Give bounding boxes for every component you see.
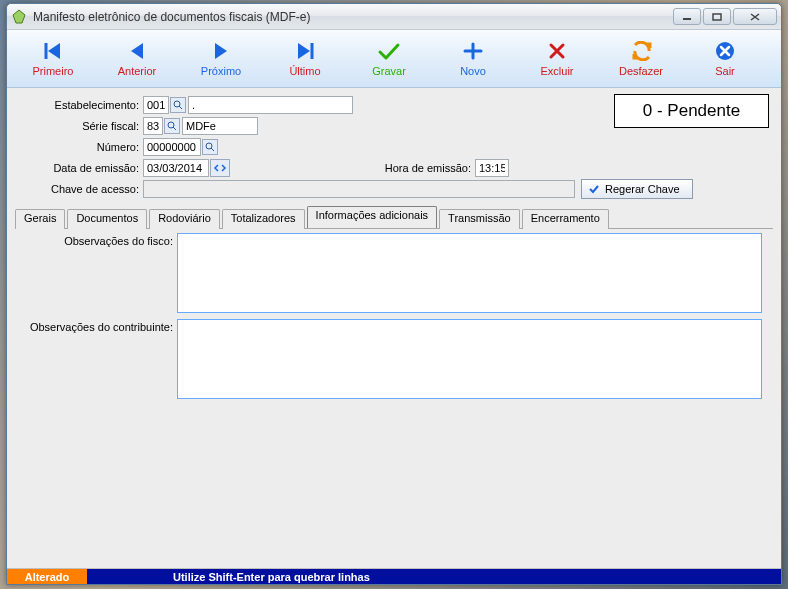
svg-rect-0 — [683, 18, 691, 20]
regerar-chave-label: Regerar Chave — [605, 183, 680, 195]
tab-totalizadores[interactable]: Totalizadores — [222, 209, 305, 229]
last-icon — [291, 40, 319, 62]
check-small-icon — [588, 183, 600, 195]
tab-transmissao[interactable]: Transmissão — [439, 209, 520, 229]
titlebar: Manifesto eletrônico de documentos fisca… — [7, 4, 781, 30]
excluir-label: Excluir — [540, 65, 573, 77]
tab-gerais[interactable]: Gerais — [15, 209, 65, 229]
plus-icon — [459, 40, 487, 62]
gravar-label: Gravar — [372, 65, 406, 77]
obs-fisco-label: Observações do fisco: — [17, 233, 177, 247]
next-icon — [207, 40, 235, 62]
numero-label: Número: — [15, 141, 143, 153]
ultimo-label: Último — [289, 65, 320, 77]
chave-acesso-label: Chave de acesso: — [15, 183, 143, 195]
regerar-chave-button[interactable]: Regerar Chave — [581, 179, 693, 199]
novo-button[interactable]: Novo — [431, 33, 515, 85]
minimize-button[interactable] — [673, 8, 701, 25]
serie-fiscal-desc-input[interactable] — [182, 117, 258, 135]
svg-rect-1 — [713, 14, 721, 20]
proximo-label: Próximo — [201, 65, 241, 77]
obs-contrib-label: Observações do contribuinte: — [17, 319, 177, 333]
content-area: 0 - Pendente Estabelecimento: Série fisc… — [7, 88, 781, 568]
anterior-label: Anterior — [118, 65, 157, 77]
exit-icon — [711, 40, 739, 62]
tab-rodoviario[interactable]: Rodoviário — [149, 209, 220, 229]
status-gap — [87, 569, 167, 584]
excluir-button[interactable]: Excluir — [515, 33, 599, 85]
estabelecimento-input[interactable] — [143, 96, 169, 114]
check-icon — [375, 40, 403, 62]
estabelecimento-desc-input[interactable] — [188, 96, 353, 114]
lookup-icon[interactable] — [170, 97, 186, 113]
estabelecimento-label: Estabelecimento: — [15, 99, 143, 111]
hora-emissao-input[interactable] — [475, 159, 509, 177]
x-icon — [543, 40, 571, 62]
status-hint: Utilize Shift-Enter para quebrar linhas — [167, 569, 781, 584]
tab-panel: Observações do fisco: Observações do con… — [15, 228, 773, 562]
tab-encerramento[interactable]: Encerramento — [522, 209, 609, 229]
prev-icon — [123, 40, 151, 62]
status-box: 0 - Pendente — [614, 94, 769, 128]
close-button[interactable] — [733, 8, 777, 25]
proximo-button[interactable]: Próximo — [179, 33, 263, 85]
app-icon — [11, 9, 27, 25]
first-icon — [39, 40, 67, 62]
tabstrip: Gerais Documentos Rodoviário Totalizador… — [15, 206, 779, 228]
primeiro-button[interactable]: Primeiro — [11, 33, 95, 85]
refresh-icon — [627, 40, 655, 62]
tab-documentos[interactable]: Documentos — [67, 209, 147, 229]
maximize-button[interactable] — [703, 8, 731, 25]
primeiro-label: Primeiro — [33, 65, 74, 77]
numero-input[interactable] — [143, 138, 201, 156]
form-area: 0 - Pendente Estabelecimento: Série fisc… — [9, 90, 779, 202]
sair-label: Sair — [715, 65, 735, 77]
window-title: Manifesto eletrônico de documentos fisca… — [33, 10, 673, 24]
ultimo-button[interactable]: Último — [263, 33, 347, 85]
novo-label: Novo — [460, 65, 486, 77]
lookup-icon[interactable] — [164, 118, 180, 134]
hora-emissao-label: Hora de emissão: — [380, 162, 475, 174]
statusbar: Alterado Utilize Shift-Enter para quebra… — [7, 568, 781, 584]
sair-button[interactable]: Sair — [683, 33, 767, 85]
obs-contrib-textarea[interactable] — [177, 319, 762, 399]
serie-fiscal-input[interactable] — [143, 117, 163, 135]
serie-fiscal-label: Série fiscal: — [15, 120, 143, 132]
gravar-button[interactable]: Gravar — [347, 33, 431, 85]
lookup-icon[interactable] — [202, 139, 218, 155]
desfazer-button[interactable]: Desfazer — [599, 33, 683, 85]
toolbar: Primeiro Anterior Próximo Último Gravar — [7, 30, 781, 88]
chave-acesso-input — [143, 180, 575, 198]
status-state: Alterado — [7, 569, 87, 584]
desfazer-label: Desfazer — [619, 65, 663, 77]
status-text: 0 - Pendente — [643, 101, 740, 121]
tab-informacoes-adicionais[interactable]: Informações adicionais — [307, 206, 438, 228]
window-controls — [673, 8, 777, 25]
data-emissao-label: Data de emissão: — [15, 162, 143, 174]
obs-fisco-textarea[interactable] — [177, 233, 762, 313]
app-window: Manifesto eletrônico de documentos fisca… — [6, 3, 782, 585]
anterior-button[interactable]: Anterior — [95, 33, 179, 85]
data-emissao-input[interactable] — [143, 159, 209, 177]
date-spinner-icon[interactable] — [210, 159, 230, 177]
